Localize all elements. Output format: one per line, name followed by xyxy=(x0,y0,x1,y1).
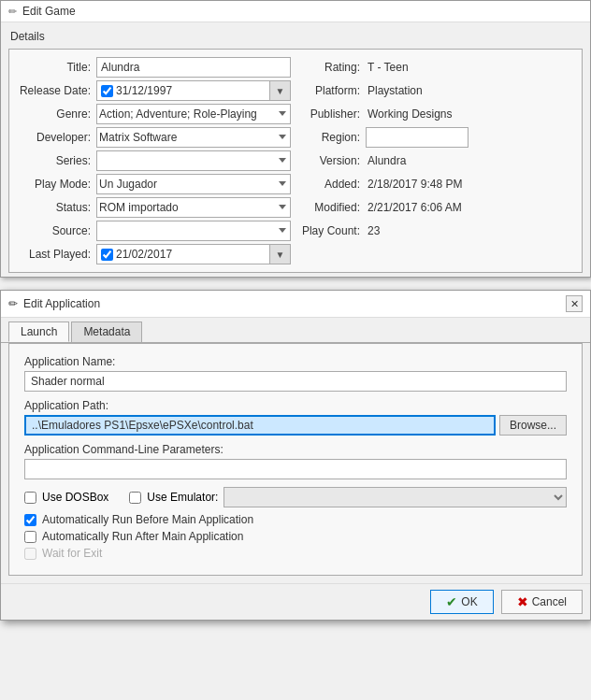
play-count-value: 23 xyxy=(366,224,574,237)
dosbox-checkbox[interactable] xyxy=(24,492,36,504)
wait-for-exit-label: Wait for Exit xyxy=(42,547,102,560)
last-played-checkbox[interactable] xyxy=(101,249,113,261)
region-input[interactable] xyxy=(366,127,468,148)
region-row: Region: xyxy=(300,127,574,148)
last-played-value: 21/02/2017 xyxy=(116,248,266,261)
title-label: Title: xyxy=(17,61,96,74)
region-label: Region: xyxy=(300,131,366,144)
ok-button[interactable]: ✔ OK xyxy=(430,590,493,614)
cmd-input[interactable] xyxy=(24,459,567,479)
cmd-label: Application Command-Line Parameters: xyxy=(24,443,567,456)
release-date-label: Release Date: xyxy=(17,84,96,97)
wait-exit-row: Wait for Exit xyxy=(24,547,567,560)
genre-label: Genre: xyxy=(17,107,96,121)
developer-select[interactable]: Matrix Software xyxy=(96,127,291,148)
edit-app-window: ✏ Edit Application ✕ Launch Metadata App… xyxy=(0,290,591,621)
platform-label: Platform: xyxy=(300,84,366,97)
app-edit-icon: ✏ xyxy=(8,297,18,310)
title-input[interactable] xyxy=(96,57,291,78)
app-path-input-row: Browse... xyxy=(24,415,567,436)
auto-run-after-row: Automatically Run After Main Application xyxy=(24,530,567,543)
play-count-row: Play Count: 23 xyxy=(300,221,574,241)
edit-icon: ✏ xyxy=(8,6,17,18)
emulator-select[interactable] xyxy=(223,487,567,507)
details-section-label: Details xyxy=(10,30,581,43)
play-count-label: Play Count: xyxy=(300,224,366,237)
app-title-bar: ✏ Edit Application ✕ xyxy=(1,291,590,318)
play-mode-label: Play Mode: xyxy=(17,178,96,191)
app-name-label: Application Name: xyxy=(24,355,567,368)
source-select[interactable] xyxy=(96,221,291,241)
button-row: ✔ OK ✖ Cancel xyxy=(1,583,590,620)
play-mode-select[interactable]: Un Jugador xyxy=(96,174,291,194)
release-date-picker-btn[interactable]: ▼ xyxy=(270,80,291,101)
developer-row: Developer: Matrix Software xyxy=(17,127,291,148)
dosbox-emulator-row: Use DOSBox Use Emulator: xyxy=(24,487,567,507)
edit-game-title-bar: ✏ Edit Game xyxy=(1,1,590,22)
left-column: Title: Release Date: 31/12/1997 ▼ Genre: xyxy=(17,57,291,264)
cancel-icon: ✖ xyxy=(517,594,528,609)
rating-label: Rating: xyxy=(300,61,366,74)
emulator-label: Use Emulator: xyxy=(147,491,218,504)
auto-run-before-row: Automatically Run Before Main Applicatio… xyxy=(24,513,567,526)
cancel-button[interactable]: ✖ Cancel xyxy=(501,590,583,614)
publisher-row: Publisher: Working Designs xyxy=(300,104,574,124)
last-played-picker-btn[interactable]: ▼ xyxy=(270,244,291,264)
cancel-label: Cancel xyxy=(532,595,567,608)
app-name-input[interactable] xyxy=(24,371,567,392)
rating-value: T - Teen xyxy=(366,61,574,74)
last-played-label: Last Played: xyxy=(17,248,96,261)
release-date-control: 31/12/1997 xyxy=(96,80,270,101)
edit-game-title: Edit Game xyxy=(22,5,76,18)
title-row: Title: xyxy=(17,57,291,78)
added-value: 2/18/2017 9:48 PM xyxy=(366,178,574,191)
browse-button[interactable]: Browse... xyxy=(499,415,567,436)
version-label: Version: xyxy=(300,154,366,167)
ok-icon: ✔ xyxy=(446,594,457,609)
auto-run-before-label: Automatically Run Before Main Applicatio… xyxy=(42,513,253,526)
modified-value: 2/21/2017 6:06 AM xyxy=(366,201,574,214)
emulator-checkbox[interactable] xyxy=(129,492,141,504)
last-played-row: Last Played: 21/02/2017 ▼ xyxy=(17,244,291,264)
modified-label: Modified: xyxy=(300,201,366,214)
rating-row: Rating: T - Teen xyxy=(300,57,574,78)
developer-label: Developer: xyxy=(17,131,96,144)
platform-value: Playstation xyxy=(366,84,574,97)
release-date-checkbox[interactable] xyxy=(101,85,113,97)
auto-run-after-label: Automatically Run After Main Application xyxy=(42,530,243,543)
release-date-row: Release Date: 31/12/1997 ▼ xyxy=(17,80,291,101)
status-row: Status: ROM importado xyxy=(17,197,291,218)
play-mode-row: Play Mode: Un Jugador xyxy=(17,174,291,194)
app-title-text: Edit Application xyxy=(23,297,100,310)
ok-label: OK xyxy=(461,595,477,608)
cmd-row: Application Command-Line Parameters: xyxy=(24,443,567,479)
auto-run-after-checkbox[interactable] xyxy=(24,531,36,543)
form-grid: Title: Release Date: 31/12/1997 ▼ Genre: xyxy=(17,57,574,264)
version-row: Version: Alundra xyxy=(300,150,574,171)
wait-for-exit-checkbox[interactable] xyxy=(24,548,36,560)
status-label: Status: xyxy=(17,201,96,214)
series-label: Series: xyxy=(17,154,96,167)
series-select[interactable] xyxy=(96,150,291,171)
app-path-input[interactable] xyxy=(24,415,496,436)
edit-game-window: ✏ Edit Game Details Title: Release Date:… xyxy=(0,0,591,278)
source-row: Source: xyxy=(17,221,291,241)
release-date-value: 31/12/1997 xyxy=(116,84,266,97)
details-section: Title: Release Date: 31/12/1997 ▼ Genre: xyxy=(8,49,583,273)
tab-launch[interactable]: Launch xyxy=(8,321,69,342)
app-title-left: ✏ Edit Application xyxy=(8,297,100,310)
genre-row: Genre: Action; Adventure; Role-Playing xyxy=(17,104,291,124)
genre-select[interactable]: Action; Adventure; Role-Playing xyxy=(96,104,291,124)
tab-bar: Launch Metadata xyxy=(1,318,590,343)
tab-metadata[interactable]: Metadata xyxy=(71,321,142,342)
close-button[interactable]: ✕ xyxy=(566,295,583,312)
app-content: Application Name: Application Path: Brow… xyxy=(8,343,583,576)
series-row: Series: xyxy=(17,150,291,171)
auto-run-before-checkbox[interactable] xyxy=(24,514,36,526)
app-path-label: Application Path: xyxy=(24,399,567,412)
status-select[interactable]: ROM importado xyxy=(96,197,291,218)
added-row: Added: 2/18/2017 9:48 PM xyxy=(300,174,574,194)
dosbox-label: Use DOSBox xyxy=(42,491,108,504)
source-label: Source: xyxy=(17,224,96,237)
app-path-row: Application Path: Browse... xyxy=(24,399,567,436)
